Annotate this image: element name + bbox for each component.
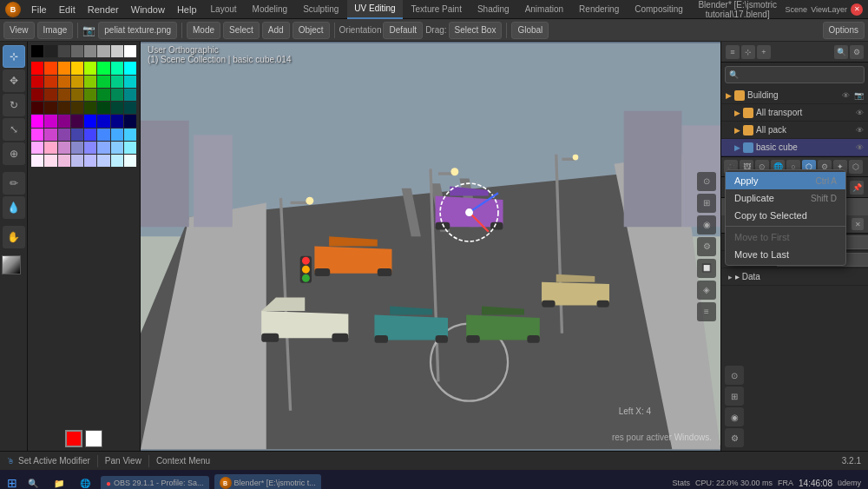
swatch-r4c3[interactable] <box>58 102 70 114</box>
swatch-r1c1[interactable] <box>31 62 43 74</box>
close-button[interactable]: ✕ <box>851 3 863 16</box>
swatch-r1c8[interactable] <box>124 62 136 74</box>
background-color[interactable] <box>85 430 102 447</box>
outliner-item-all-pack[interactable]: ▶ All pack 👁 <box>721 122 868 139</box>
swatch-r3c1[interactable] <box>31 89 43 101</box>
select-btn[interactable]: Select <box>223 22 260 39</box>
gradient-swatch[interactable] <box>2 255 21 274</box>
swatch-r6c7[interactable] <box>111 129 123 141</box>
vp-btn-7[interactable]: ≡ <box>697 302 716 321</box>
swatch-r4c8[interactable] <box>124 102 136 114</box>
swatch-r4c2[interactable] <box>44 102 56 114</box>
swatch-r8c1[interactable] <box>31 155 43 167</box>
swatch-r6c4[interactable] <box>71 129 83 141</box>
annotate-tool[interactable]: ✏ <box>3 172 25 195</box>
foreground-color[interactable] <box>65 430 82 447</box>
add-btn[interactable]: Add <box>262 22 290 39</box>
swatch-r7c3[interactable] <box>58 142 70 154</box>
swatch-gray[interactable] <box>84 45 96 57</box>
swatch-r2c1[interactable] <box>31 76 43 88</box>
image-btn[interactable]: Image <box>37 22 74 39</box>
swatch-r6c6[interactable] <box>97 129 109 141</box>
swatch-r8c3[interactable] <box>58 155 70 167</box>
blender-logo[interactable]: B <box>5 2 21 17</box>
transform-tool[interactable]: ⊕ <box>3 142 25 165</box>
swatch-mid[interactable] <box>71 45 83 57</box>
swatch-r5c3[interactable] <box>58 115 70 127</box>
swatch-r5c8[interactable] <box>124 115 136 127</box>
camera-icon-building[interactable]: 📷 <box>854 91 864 100</box>
outliner-item-all-transport[interactable]: ▶ All transport 👁 <box>721 104 868 122</box>
bottom-icon-3[interactable]: ◉ <box>725 407 744 426</box>
swatch-r1c6[interactable] <box>97 62 109 74</box>
tab-animation[interactable]: Animation <box>518 0 570 19</box>
move-tool[interactable]: ✥ <box>3 69 25 92</box>
swatch-r1c4[interactable] <box>71 62 83 74</box>
swatch-r3c6[interactable] <box>97 89 109 101</box>
eyedropper-tool[interactable]: 💧 <box>3 196 25 219</box>
taskbar-explorer[interactable]: 📁 <box>49 476 69 490</box>
swatch-r8c6[interactable] <box>97 155 109 167</box>
swatch-r4c5[interactable] <box>84 102 96 114</box>
swatch-r2c2[interactable] <box>44 76 56 88</box>
tab-uv-editing[interactable]: UV Editing <box>347 0 402 19</box>
swatch-r3c5[interactable] <box>84 89 96 101</box>
swatch-r2c3[interactable] <box>58 76 70 88</box>
swatch-r5c6[interactable] <box>97 115 109 127</box>
context-move-first[interactable]: Move to First <box>726 228 845 246</box>
swatch-r4c4[interactable] <box>71 102 83 114</box>
swatch-r7c5[interactable] <box>84 142 96 154</box>
select-tool[interactable]: ⊹ <box>3 45 25 68</box>
vp-btn-6[interactable]: ◈ <box>697 281 716 300</box>
eye-icon-cube[interactable]: 👁 <box>856 143 864 152</box>
outliner-settings-icon[interactable]: ⚙ <box>850 45 864 59</box>
swatch-r3c3[interactable] <box>58 89 70 101</box>
swatch-light1[interactable] <box>97 45 109 57</box>
swatch-r1c5[interactable] <box>84 62 96 74</box>
swatch-r1c2[interactable] <box>44 62 56 74</box>
default-btn[interactable]: Default <box>383 22 423 39</box>
eye-icon-pack[interactable]: 👁 <box>856 126 864 135</box>
tab-rendering[interactable]: Rendering <box>572 0 626 19</box>
swatch-r2c6[interactable] <box>97 76 109 88</box>
outliner-item-basic-cube[interactable]: ▶ basic cube 👁 <box>721 139 868 156</box>
vp-btn-3[interactable]: ◉ <box>697 215 716 235</box>
swatch-r8c7[interactable] <box>111 155 123 167</box>
view-btn[interactable]: View <box>3 22 35 39</box>
swatch-r6c5[interactable] <box>84 129 96 141</box>
outliner-add-btn[interactable]: + <box>757 45 771 59</box>
windows-logo[interactable]: ⊞ <box>7 476 17 489</box>
menu-edit[interactable]: Edit <box>54 3 81 17</box>
swatch-white[interactable] <box>124 45 136 57</box>
search-input[interactable] <box>739 70 860 80</box>
menu-file[interactable]: File <box>26 3 52 17</box>
vp-btn-2[interactable]: ⊞ <box>697 194 716 213</box>
swatch-r7c6[interactable] <box>97 142 109 154</box>
taskbar-obs[interactable]: ● OBS 29.1.1 - Profile: Sa... <box>101 476 209 490</box>
swatch-r8c8[interactable] <box>124 155 136 167</box>
swatch-r6c1[interactable] <box>31 129 43 141</box>
outliner-search[interactable]: 🔍 <box>725 66 865 83</box>
outliner-filter-icon[interactable]: 🔍 <box>834 45 848 59</box>
eye-icon-building[interactable]: 👁 <box>842 91 850 100</box>
modifier-close-btn[interactable]: ✕ <box>852 218 864 230</box>
tab-sculpting[interactable]: Sculpting <box>296 0 345 19</box>
swatch-r6c2[interactable] <box>44 129 56 141</box>
swatch-r6c3[interactable] <box>58 129 70 141</box>
taskbar-search[interactable]: 🔍 <box>23 476 43 490</box>
tab-texture-paint[interactable]: Texture Paint <box>404 0 469 19</box>
language-indicator[interactable]: FRA <box>778 479 793 487</box>
swatch-r3c2[interactable] <box>44 89 56 101</box>
swatch-r8c5[interactable] <box>84 155 96 167</box>
texture-name-btn[interactable]: peliat texture.png <box>98 22 177 39</box>
mode-btn[interactable]: Mode <box>187 22 220 39</box>
bottom-icon-2[interactable]: ⊞ <box>725 387 744 406</box>
swatch-r5c5[interactable] <box>84 115 96 127</box>
menu-render[interactable]: Render <box>82 3 124 17</box>
scale-tool[interactable]: ⤡ <box>3 118 25 141</box>
swatch-r6c8[interactable] <box>124 129 136 141</box>
global-btn[interactable]: Global <box>511 22 549 39</box>
swatch-r3c4[interactable] <box>71 89 83 101</box>
swatch-r5c2[interactable] <box>44 115 56 127</box>
viewport-3d[interactable]: User Orthographic (1) Scene Collection |… <box>141 42 720 451</box>
